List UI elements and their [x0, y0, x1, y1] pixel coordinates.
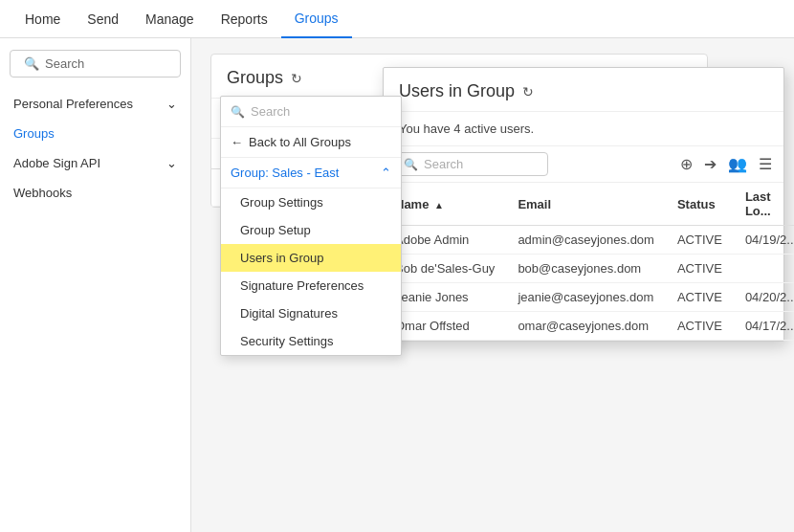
search-icon: 🔍 [231, 105, 245, 119]
search-icon: 🔍 [404, 158, 418, 171]
main-layout: 🔍 Search Personal Preferences ⌄ Groups A… [0, 38, 794, 532]
submenu-security-settings[interactable]: Security Settings [221, 327, 401, 355]
col-name[interactable]: Name ▲ [384, 183, 506, 226]
cell-last-login: 04/20/2... [734, 283, 794, 312]
sidebar-webhooks[interactable]: Webhooks [0, 178, 190, 208]
top-nav: Home Send Manage Reports Groups [0, 0, 794, 38]
users-panel-title: Users in Group [399, 81, 515, 101]
sidebar-item-groups[interactable]: Groups [0, 119, 190, 148]
col-email[interactable]: Email [506, 183, 666, 226]
table-row[interactable]: Jeanie Jones jeanie@caseyjones.dom ACTIV… [384, 283, 794, 312]
cell-last-login: 04/19/2... [734, 226, 794, 255]
refresh-icon[interactable]: ↻ [291, 71, 302, 86]
submenu-signature-preferences[interactable]: Signature Preferences [221, 272, 401, 299]
cell-email: admin@caseyjones.dom [506, 226, 666, 255]
users-panel: Users in Group ↻ You have 4 active users… [383, 67, 784, 342]
sidebar-search-label: Search [45, 56, 84, 71]
sort-asc-icon: ▲ [434, 200, 444, 211]
nav-groups[interactable]: Groups [281, 0, 352, 38]
groups-title: Groups [227, 68, 283, 88]
export-icon[interactable]: ➔ [704, 155, 717, 173]
sub-panel-search[interactable]: 🔍 Search [221, 97, 401, 127]
cell-last-login: 04/17/2... [734, 312, 794, 341]
submenu-group-settings[interactable]: Group Settings [221, 188, 401, 216]
back-to-all-groups[interactable]: ← Back to All Groups [221, 127, 401, 158]
sidebar-adobe-sign-api[interactable]: Adobe Sign API ⌄ [0, 148, 190, 178]
cell-last-login [734, 255, 794, 283]
nav-reports[interactable]: Reports [208, 0, 281, 38]
active-users-message: You have 4 active users. [384, 112, 783, 146]
col-status[interactable]: Status [666, 183, 734, 226]
refresh-icon[interactable]: ↻ [522, 84, 534, 100]
col-last-login[interactable]: Last Lo... [734, 183, 794, 226]
cell-status: ACTIVE [666, 226, 734, 255]
back-arrow-icon: ← [231, 135, 243, 149]
nav-manage[interactable]: Manage [132, 0, 208, 38]
users-toolbar-actions: ⊕ ➔ 👥 ☰ [680, 155, 772, 173]
chevron-down-icon: ⌄ [166, 97, 177, 111]
sub-panel: 🔍 Search ← Back to All Groups Group: Sal… [220, 96, 402, 356]
group-icon[interactable]: 👥 [728, 155, 747, 173]
content-area: Groups ↻ 🔍 Search ☰ Name ▲ # of [191, 38, 794, 532]
users-toolbar: 🔍 Search ⊕ ➔ 👥 ☰ [384, 146, 783, 183]
submenu-group-setup[interactable]: Group Setup [221, 216, 401, 244]
sidebar: 🔍 Search Personal Preferences ⌄ Groups A… [0, 38, 191, 532]
nav-home[interactable]: Home [11, 0, 74, 38]
submenu-digital-signatures[interactable]: Digital Signatures [221, 299, 401, 327]
cell-email: omar@caseyjones.dom [506, 312, 666, 341]
table-row[interactable]: Adobe Admin admin@caseyjones.dom ACTIVE … [384, 226, 794, 255]
users-search[interactable]: 🔍 Search [395, 152, 548, 176]
cell-name: Adobe Admin [384, 226, 506, 255]
table-row[interactable]: Omar Offsted omar@caseyjones.dom ACTIVE … [384, 312, 794, 341]
cell-name: Jeanie Jones [384, 283, 506, 312]
cell-status: ACTIVE [666, 283, 734, 312]
cell-status: ACTIVE [666, 255, 734, 283]
nav-send[interactable]: Send [74, 0, 132, 38]
submenu-users-in-group[interactable]: Users in Group [221, 244, 401, 272]
menu-icon[interactable]: ☰ [759, 155, 772, 173]
users-panel-header: Users in Group ↻ [384, 68, 783, 112]
search-icon: 🔍 [24, 56, 39, 71]
cell-email: bob@caseyjones.dom [506, 255, 666, 283]
chevron-up-icon: ⌃ [381, 166, 391, 180]
chevron-down-icon: ⌄ [166, 156, 177, 170]
sidebar-search[interactable]: 🔍 Search [10, 50, 181, 78]
cell-email: jeanie@caseyjones.dom [506, 283, 666, 312]
cell-name: Bob de'Sales-Guy [384, 255, 506, 283]
group-label[interactable]: Group: Sales - East ⌃ [221, 158, 401, 188]
table-row[interactable]: Bob de'Sales-Guy bob@caseyjones.dom ACTI… [384, 255, 794, 283]
add-user-icon[interactable]: ⊕ [680, 155, 693, 173]
users-table: Name ▲ Email Status Last Lo... Adobe Adm… [384, 183, 794, 341]
sidebar-personal-preferences[interactable]: Personal Preferences ⌄ [0, 89, 190, 119]
cell-status: ACTIVE [666, 312, 734, 341]
cell-name: Omar Offsted [384, 312, 506, 341]
